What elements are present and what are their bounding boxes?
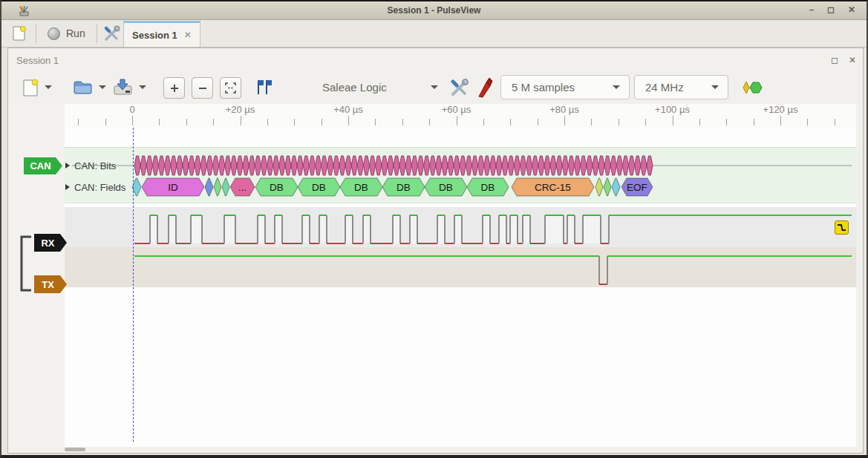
field-annotation[interactable] — [222, 178, 229, 196]
expander-arrow-fields[interactable] — [65, 184, 70, 190]
decoder-tag-can[interactable]: CAN — [24, 157, 62, 174]
decoder-fields-row-label[interactable]: CAN: Fields — [74, 182, 125, 193]
svg-text:DB: DB — [439, 182, 453, 193]
field-annotation[interactable] — [595, 178, 603, 196]
expander-arrow-bits[interactable] — [65, 163, 70, 169]
svg-text:DB: DB — [354, 182, 368, 193]
field-annotation[interactable] — [214, 178, 221, 196]
field-annotation[interactable] — [612, 178, 620, 196]
svg-text:EOF: EOF — [627, 182, 647, 193]
time-cursor[interactable] — [133, 128, 134, 442]
can-fields-annotations: ID...DBDBDBDBDBDBCRC-15EOF — [132, 178, 653, 196]
field-annotation[interactable] — [205, 178, 213, 196]
field-annotation[interactable] — [604, 178, 611, 196]
tx-waveform — [134, 256, 852, 284]
horizontal-scrollbar-thumb[interactable] — [65, 448, 85, 451]
svg-text:DB: DB — [312, 182, 326, 193]
trigger-marker-falling-edge[interactable] — [835, 220, 849, 235]
falling-edge-icon — [837, 223, 846, 232]
svg-text:DB: DB — [270, 182, 284, 193]
svg-text:...: ... — [238, 182, 247, 193]
pulseview-window: Session 1 - PulseView – ◻ ✕ Run Session … — [0, 0, 868, 458]
channel-tag-rx[interactable]: RX — [34, 234, 67, 252]
channel-tag-tx[interactable]: TX — [34, 275, 67, 293]
svg-text:ID: ID — [168, 182, 178, 193]
waveform-canvas: ID...DBDBDBDBDBDBCRC-15EOF — [1, 1, 868, 458]
svg-text:DB: DB — [481, 182, 495, 193]
decoder-bits-row-label[interactable]: CAN: Bits — [74, 160, 116, 171]
can-bits-annotations — [72, 156, 852, 175]
svg-text:CRC-15: CRC-15 — [535, 182, 571, 193]
rx-waveform — [134, 215, 852, 243]
channel-group-bracket — [22, 237, 31, 290]
svg-text:DB: DB — [397, 182, 411, 193]
